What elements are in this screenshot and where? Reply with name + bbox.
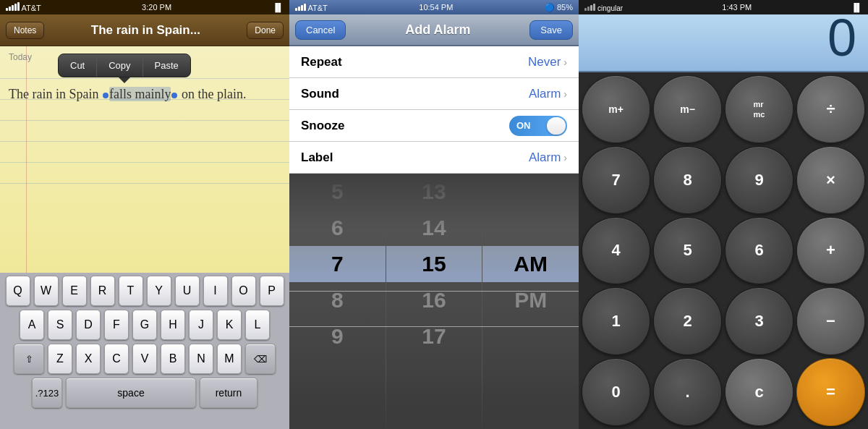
calc-btn-4[interactable]: 4: [582, 217, 650, 285]
notes-battery: ▐▌: [272, 3, 284, 12]
sound-value: Alarm ›: [529, 87, 567, 101]
key-e[interactable]: E: [62, 276, 87, 306]
calc-btn-minus[interactable]: −: [796, 287, 865, 355]
snooze-toggle[interactable]: ON: [509, 116, 567, 136]
calc-btn-7[interactable]: 7: [582, 146, 650, 214]
calc-btn-6[interactable]: 6: [725, 217, 793, 285]
key-shift[interactable]: ⇧: [14, 344, 44, 374]
repeat-value: Never ›: [528, 55, 567, 69]
calc-row-0: 0 . c =: [582, 358, 865, 426]
picker-pm: PM: [482, 282, 579, 318]
alarm-repeat-row[interactable]: Repeat Never ›: [289, 46, 579, 78]
calc-btn-multiply[interactable]: ×: [796, 146, 865, 214]
picker-hours[interactable]: 5 6 7 8 9: [289, 174, 386, 429]
key-v[interactable]: V: [132, 344, 157, 374]
key-space[interactable]: space: [66, 378, 196, 408]
cut-button[interactable]: Cut: [59, 54, 97, 77]
snooze-label: Snooze: [301, 119, 344, 133]
context-menu-bubble: Cut Copy Paste: [58, 54, 191, 77]
paste-button[interactable]: Paste: [143, 54, 190, 77]
calc-buttons: m+ m− mrmc ÷ 7 8 9 × 4 5 6 + 1 2 3 − 0: [579, 72, 868, 429]
picker-ampm-spacer: [482, 174, 579, 246]
key-n[interactable]: N: [189, 344, 213, 374]
context-menu: Cut Copy Paste: [58, 54, 191, 83]
alarm-time: 10:54 PM: [419, 3, 453, 12]
time-picker[interactable]: 5 6 7 8 9 13 14 15 16 17 AM PM: [289, 174, 579, 429]
key-s[interactable]: S: [48, 310, 72, 340]
sound-label: Sound: [301, 87, 339, 101]
key-r[interactable]: R: [90, 276, 115, 306]
notes-date: Today: [9, 52, 32, 62]
calc-btn-mrmc[interactable]: mrmc: [725, 75, 793, 143]
alarm-cancel-button[interactable]: Cancel: [295, 20, 346, 40]
label-label: Label: [301, 150, 333, 165]
calc-row-456: 4 5 6 +: [582, 217, 865, 285]
calc-row-memory: m+ m− mrmc ÷: [582, 75, 865, 143]
calc-btn-3[interactable]: 3: [725, 287, 793, 355]
copy-button[interactable]: Copy: [97, 54, 142, 77]
key-b[interactable]: B: [161, 344, 185, 374]
calc-btn-clear[interactable]: c: [725, 358, 793, 426]
calc-value: 0: [827, 12, 856, 64]
picker-am: AM: [482, 246, 579, 282]
key-z[interactable]: Z: [48, 344, 72, 374]
repeat-label: Repeat: [301, 55, 342, 69]
notes-back-button[interactable]: Notes: [6, 22, 44, 39]
key-l[interactable]: L: [245, 310, 270, 340]
calc-btn-mplus[interactable]: m+: [582, 75, 650, 143]
alarm-form: Repeat Never › Sound Alarm › Snooze ON: [289, 46, 579, 174]
cursor-start: [103, 93, 109, 98]
notes-panel: AT&T 3:20 PM ▐▌ Notes The rain in Spain.…: [0, 0, 289, 429]
alarm-save-button[interactable]: Save: [529, 20, 573, 40]
calc-btn-equals[interactable]: =: [796, 358, 865, 426]
key-p[interactable]: P: [260, 276, 284, 306]
keyboard-row-1: Q W E R T Y U I O P: [1, 276, 288, 306]
key-o[interactable]: O: [231, 276, 256, 306]
picker-minutes[interactable]: 13 14 15 16 17: [386, 174, 482, 429]
toggle-on[interactable]: ON: [509, 116, 567, 136]
calc-btn-1[interactable]: 1: [582, 287, 650, 355]
key-i[interactable]: I: [203, 276, 228, 306]
key-backspace[interactable]: ⌫: [245, 344, 276, 374]
calc-btn-2[interactable]: 2: [653, 287, 722, 355]
calc-btn-plus[interactable]: +: [796, 217, 865, 285]
key-t[interactable]: T: [119, 276, 143, 306]
key-d[interactable]: D: [76, 310, 101, 340]
calc-btn-decimal[interactable]: .: [653, 358, 722, 426]
key-a[interactable]: A: [20, 310, 44, 340]
picker-hour-9: 9: [289, 318, 386, 354]
key-m[interactable]: M: [217, 344, 242, 374]
key-c[interactable]: C: [104, 344, 129, 374]
calc-btn-5[interactable]: 5: [653, 217, 722, 285]
key-y[interactable]: Y: [147, 276, 171, 306]
calc-btn-divide[interactable]: ÷: [796, 75, 865, 143]
picker-min-13: 13: [386, 174, 482, 210]
picker-hour-5: 5: [289, 174, 386, 210]
calc-btn-0[interactable]: 0: [582, 358, 650, 426]
calc-btn-9[interactable]: 9: [725, 146, 793, 214]
alarm-sound-row[interactable]: Sound Alarm ›: [289, 78, 579, 110]
key-g[interactable]: G: [132, 310, 157, 340]
key-q[interactable]: Q: [6, 276, 30, 306]
key-numbers[interactable]: .?123: [32, 378, 62, 408]
selected-text: falls mainly: [109, 87, 171, 101]
key-k[interactable]: K: [217, 310, 242, 340]
picker-ampm[interactable]: AM PM: [482, 174, 579, 429]
calc-btn-8[interactable]: 8: [653, 146, 722, 214]
key-u[interactable]: U: [175, 276, 200, 306]
alarm-snooze-row: Snooze ON: [289, 110, 579, 142]
calculator-panel: cingular 1:43 PM ▐▌ 0 m+ m− mrmc ÷ 7 8 9…: [579, 0, 868, 429]
calc-btn-mminus[interactable]: m−: [653, 75, 722, 143]
keyboard: Q W E R T Y U I O P A S D F G H J K L ⇧ …: [0, 273, 289, 429]
key-f[interactable]: F: [104, 310, 129, 340]
key-w[interactable]: W: [34, 276, 59, 306]
notes-done-button[interactable]: Done: [247, 22, 284, 39]
key-x[interactable]: X: [76, 344, 101, 374]
key-return[interactable]: return: [200, 378, 258, 408]
alarm-label-row[interactable]: Label Alarm ›: [289, 142, 579, 174]
key-j[interactable]: J: [189, 310, 213, 340]
sound-text: Alarm: [529, 87, 561, 101]
key-h[interactable]: H: [161, 310, 185, 340]
notes-carrier: AT&T: [6, 2, 41, 12]
picker-min-14: 14: [386, 210, 482, 246]
